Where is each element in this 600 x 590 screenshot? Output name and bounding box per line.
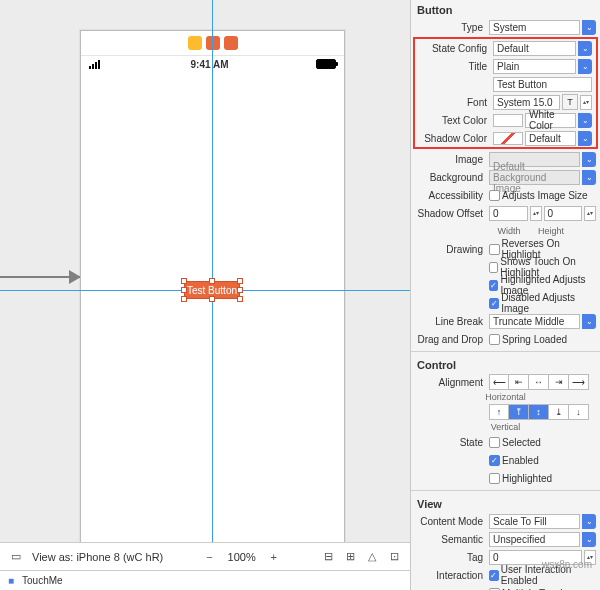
dropdown-icon[interactable]: ⌄: [578, 59, 592, 74]
canvas-bottom-toolbar: ▭ View as: iPhone 8 (wC hR) − 100% + ⊟ ⊞…: [0, 542, 410, 570]
selected-checkbox[interactable]: [489, 437, 500, 448]
dropdown-icon[interactable]: ⌄: [578, 113, 592, 128]
highlight-state-title-color: State ConfigDefault⌄ TitlePlain⌄ Test Bu…: [413, 37, 598, 149]
canvas-panel: 9:41 AM Test Button ▭ View as: iPhone 8 …: [0, 0, 410, 590]
resolve-icon[interactable]: △: [364, 549, 380, 565]
highlighted-adj-checkbox[interactable]: ✓: [489, 280, 498, 291]
panel-toggle-icon[interactable]: ▭: [8, 549, 24, 565]
resize-handle[interactable]: [181, 287, 187, 293]
shadow-color-swatch[interactable]: [493, 132, 523, 145]
dropdown-icon[interactable]: ⌄: [582, 514, 596, 529]
inspector-panel: Button TypeSystem⌄ State ConfigDefault⌄ …: [410, 0, 600, 590]
selected-test-button[interactable]: Test Button: [184, 281, 240, 299]
stepper[interactable]: ▴▾: [584, 206, 596, 221]
offset-height-input[interactable]: 0: [544, 206, 583, 221]
dropdown-icon[interactable]: ⌄: [578, 41, 592, 56]
section-view: View: [411, 494, 600, 512]
constraint-arrow: [0, 276, 80, 278]
title-type-select[interactable]: Plain: [493, 59, 576, 74]
disabled-adj-checkbox[interactable]: ✓: [489, 298, 499, 309]
breadcrumb-label[interactable]: TouchMe: [22, 575, 63, 586]
offset-width-input[interactable]: 0: [489, 206, 528, 221]
section-control: Control: [411, 355, 600, 373]
shadow-color-field[interactable]: Default: [525, 131, 576, 146]
section-button: Button: [411, 0, 600, 18]
accessibility-checkbox[interactable]: [489, 190, 500, 201]
vert-align-segments[interactable]: ↑⤒↕⤓↓: [489, 404, 589, 420]
type-select[interactable]: System: [489, 20, 580, 35]
dropdown-icon[interactable]: ⌄: [582, 152, 596, 167]
uie-checkbox[interactable]: ✓: [489, 570, 499, 581]
spring-loaded-checkbox[interactable]: [489, 334, 500, 345]
bgimage-field[interactable]: Default Background Image: [489, 170, 580, 185]
horiz-align-segments[interactable]: ⟵⇤↔⇥⟶: [489, 374, 589, 390]
dropdown-icon[interactable]: ⌄: [578, 131, 592, 146]
tag-input[interactable]: 0: [489, 550, 582, 565]
dropdown-icon[interactable]: ⌄: [582, 170, 596, 185]
resize-handle[interactable]: [237, 287, 243, 293]
zoom-in-icon[interactable]: +: [266, 549, 282, 565]
dropdown-icon[interactable]: ⌄: [582, 532, 596, 547]
linebreak-select[interactable]: Truncate Middle: [489, 314, 580, 329]
resize-handle[interactable]: [209, 278, 215, 284]
title-text-input[interactable]: Test Button: [493, 77, 592, 92]
dock-icon: [188, 36, 202, 50]
font-picker-icon[interactable]: T: [562, 94, 578, 110]
view-as-label[interactable]: View as: iPhone 8 (wC hR): [32, 551, 163, 563]
resize-handle[interactable]: [237, 296, 243, 302]
canvas-area[interactable]: 9:41 AM Test Button: [0, 0, 410, 542]
semantic-select[interactable]: Unspecified: [489, 532, 580, 547]
reverses-checkbox[interactable]: [489, 244, 500, 255]
resize-handle[interactable]: [237, 278, 243, 284]
zoom-out-icon[interactable]: −: [202, 549, 218, 565]
zoom-level[interactable]: 100%: [228, 551, 256, 563]
highlighted-checkbox[interactable]: [489, 473, 500, 484]
text-color-field[interactable]: White Color: [525, 113, 576, 128]
signal-icon: [89, 60, 103, 69]
font-stepper[interactable]: ▴▾: [580, 95, 592, 110]
font-field[interactable]: System 15.0: [493, 95, 560, 110]
breadcrumb-bar: ■ TouchMe: [0, 570, 410, 590]
text-color-swatch[interactable]: [493, 114, 523, 127]
layout-guide-vertical: [212, 0, 213, 542]
dropdown-icon[interactable]: ⌄: [582, 314, 596, 329]
resize-handle[interactable]: [181, 278, 187, 284]
stepper[interactable]: ▴▾: [530, 206, 542, 221]
stepper[interactable]: ▴▾: [584, 550, 596, 565]
content-mode-select[interactable]: Scale To Fill: [489, 514, 580, 529]
embed-icon[interactable]: ⊡: [386, 549, 402, 565]
state-config-select[interactable]: Default: [493, 41, 576, 56]
battery-icon: [316, 59, 336, 69]
resize-handle[interactable]: [209, 296, 215, 302]
resize-handle[interactable]: [181, 296, 187, 302]
breadcrumb-icon: ■: [8, 575, 14, 586]
dock-icon: [224, 36, 238, 50]
pin-icon[interactable]: ⊞: [342, 549, 358, 565]
dropdown-icon[interactable]: ⌄: [582, 20, 596, 35]
enabled-checkbox[interactable]: ✓: [489, 455, 500, 466]
status-time: 9:41 AM: [191, 59, 229, 70]
align-icon[interactable]: ⊟: [320, 549, 336, 565]
shows-touch-checkbox[interactable]: [489, 262, 498, 273]
